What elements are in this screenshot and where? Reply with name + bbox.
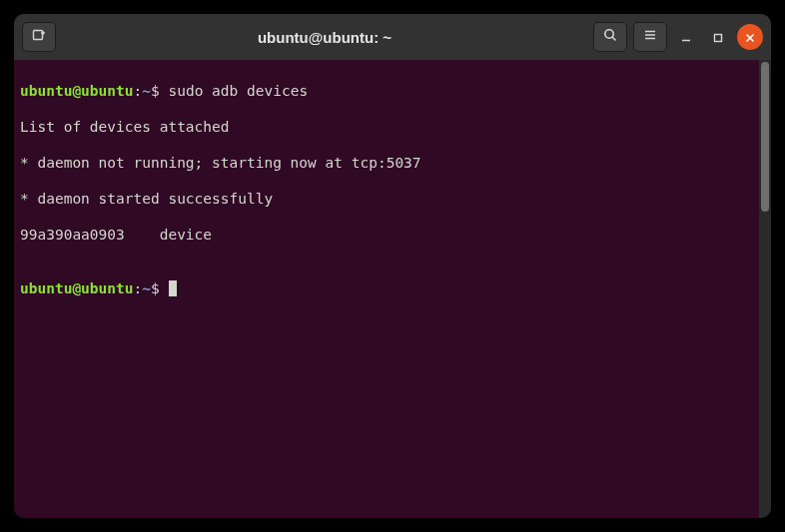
maximize-icon (713, 28, 723, 47)
terminal-window: ubuntu@ubuntu: ~ (14, 14, 771, 518)
prompt-line-1: ubuntu@ubuntu:~$ sudo adb devices (20, 82, 753, 100)
close-icon (745, 28, 755, 47)
output-line: List of devices attached (20, 118, 753, 136)
close-button[interactable] (737, 24, 763, 50)
output-line: * daemon started successfully (20, 190, 753, 208)
terminal-body[interactable]: ubuntu@ubuntu:~$ sudo adb devices List o… (14, 60, 759, 518)
svg-point-3 (605, 30, 613, 38)
output-line: * daemon not running; starting now at tc… (20, 154, 753, 172)
prompt-dollar: $ (151, 83, 160, 99)
cursor (169, 280, 177, 296)
content-area: ubuntu@ubuntu:~$ sudo adb devices List o… (14, 60, 771, 518)
minimize-button[interactable] (673, 24, 699, 50)
output-line: 99a390aa0903 device (20, 226, 753, 244)
svg-rect-0 (34, 31, 43, 40)
maximize-button[interactable] (705, 24, 731, 50)
hamburger-icon (642, 27, 658, 47)
scrollbar[interactable] (759, 60, 771, 518)
window-title: ubuntu@ubuntu: ~ (62, 29, 587, 46)
prompt-path: ~ (142, 83, 151, 99)
menu-button[interactable] (633, 22, 667, 52)
command-text: sudo adb devices (168, 83, 308, 99)
titlebar: ubuntu@ubuntu: ~ (14, 14, 771, 60)
new-tab-icon (31, 27, 47, 47)
prompt-userhost: ubuntu@ubuntu (20, 280, 134, 296)
search-icon (602, 27, 618, 47)
svg-line-4 (612, 37, 615, 40)
prompt-line-2: ubuntu@ubuntu:~$ (20, 279, 753, 297)
search-button[interactable] (593, 22, 627, 52)
prompt-path: ~ (142, 280, 151, 296)
new-tab-button[interactable] (22, 22, 56, 52)
minimize-icon (681, 28, 691, 47)
scrollbar-thumb[interactable] (761, 62, 769, 212)
prompt-colon: : (134, 83, 143, 99)
prompt-dollar: $ (151, 280, 160, 296)
svg-rect-9 (715, 34, 722, 41)
prompt-colon: : (134, 280, 143, 296)
prompt-userhost: ubuntu@ubuntu (20, 83, 134, 99)
